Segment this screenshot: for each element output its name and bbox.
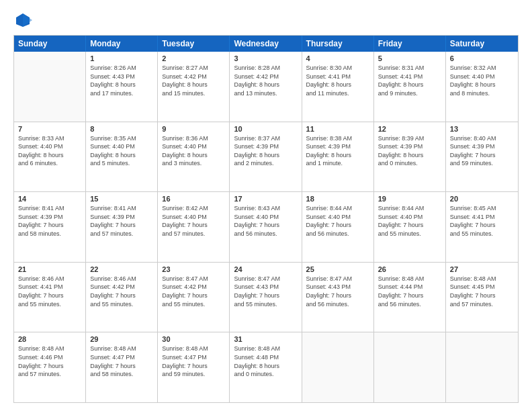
day-cell-30: 30Sunrise: 8:48 AMSunset: 4:47 PMDayligh… xyxy=(158,332,230,402)
header xyxy=(13,11,519,30)
day-number: 2 xyxy=(162,54,225,62)
day-info: Sunrise: 8:30 AMSunset: 4:41 PMDaylight:… xyxy=(306,64,369,97)
day-number: 12 xyxy=(378,125,441,133)
day-info: Sunrise: 8:26 AMSunset: 4:43 PMDaylight:… xyxy=(90,64,153,97)
day-number: 27 xyxy=(450,265,514,273)
day-info: Sunrise: 8:39 AMSunset: 4:39 PMDaylight:… xyxy=(378,134,441,168)
day-info: Sunrise: 8:33 AMSunset: 4:40 PMDaylight:… xyxy=(18,134,81,168)
day-number: 18 xyxy=(306,195,369,203)
day-info: Sunrise: 8:27 AMSunset: 4:42 PMDaylight:… xyxy=(162,64,225,97)
day-info: Sunrise: 8:47 AMSunset: 4:43 PMDaylight:… xyxy=(306,275,369,308)
header-day-sunday: Sunday xyxy=(14,36,86,52)
day-number: 24 xyxy=(234,265,297,273)
day-cell-25: 25Sunrise: 8:47 AMSunset: 4:43 PMDayligh… xyxy=(302,263,374,332)
day-info: Sunrise: 8:46 AMSunset: 4:41 PMDaylight:… xyxy=(18,275,81,308)
day-number: 15 xyxy=(90,195,153,203)
day-info: Sunrise: 8:48 AMSunset: 4:47 PMDaylight:… xyxy=(162,345,225,378)
day-info: Sunrise: 8:36 AMSunset: 4:40 PMDaylight:… xyxy=(162,134,225,168)
day-number: 16 xyxy=(162,195,225,203)
header-day-tuesday: Tuesday xyxy=(158,36,230,52)
empty-cell xyxy=(14,52,86,122)
calendar-body: 1Sunrise: 8:26 AMSunset: 4:43 PMDaylight… xyxy=(14,52,518,402)
day-cell-3: 3Sunrise: 8:28 AMSunset: 4:42 PMDaylight… xyxy=(230,52,302,122)
header-day-saturday: Saturday xyxy=(446,36,518,52)
day-cell-12: 12Sunrise: 8:39 AMSunset: 4:39 PMDayligh… xyxy=(374,122,446,192)
calendar-week-4: 21Sunrise: 8:46 AMSunset: 4:41 PMDayligh… xyxy=(14,263,518,333)
day-info: Sunrise: 8:45 AMSunset: 4:41 PMDaylight:… xyxy=(450,204,514,238)
day-info: Sunrise: 8:31 AMSunset: 4:41 PMDaylight:… xyxy=(378,64,441,97)
day-info: Sunrise: 8:48 AMSunset: 4:45 PMDaylight:… xyxy=(450,275,514,308)
day-cell-7: 7Sunrise: 8:33 AMSunset: 4:40 PMDaylight… xyxy=(14,122,86,192)
page: SundayMondayTuesdayWednesdayThursdayFrid… xyxy=(0,0,532,411)
calendar-week-2: 7Sunrise: 8:33 AMSunset: 4:40 PMDaylight… xyxy=(14,122,518,193)
day-number: 5 xyxy=(378,54,441,62)
day-cell-14: 14Sunrise: 8:41 AMSunset: 4:39 PMDayligh… xyxy=(14,192,86,262)
day-number: 6 xyxy=(450,54,514,62)
day-info: Sunrise: 8:38 AMSunset: 4:39 PMDaylight:… xyxy=(306,134,369,168)
day-cell-1: 1Sunrise: 8:26 AMSunset: 4:43 PMDaylight… xyxy=(86,52,158,122)
day-number: 1 xyxy=(90,54,153,62)
day-number: 14 xyxy=(18,195,81,203)
day-cell-19: 19Sunrise: 8:44 AMSunset: 4:40 PMDayligh… xyxy=(374,192,446,262)
day-cell-6: 6Sunrise: 8:32 AMSunset: 4:40 PMDaylight… xyxy=(446,52,518,122)
day-info: Sunrise: 8:42 AMSunset: 4:40 PMDaylight:… xyxy=(162,204,225,238)
day-number: 19 xyxy=(378,195,441,203)
day-info: Sunrise: 8:35 AMSunset: 4:40 PMDaylight:… xyxy=(90,134,153,168)
day-info: Sunrise: 8:41 AMSunset: 4:39 PMDaylight:… xyxy=(90,204,153,238)
day-cell-20: 20Sunrise: 8:45 AMSunset: 4:41 PMDayligh… xyxy=(446,192,518,262)
day-number: 22 xyxy=(90,265,153,273)
day-number: 3 xyxy=(234,54,297,62)
day-info: Sunrise: 8:48 AMSunset: 4:48 PMDaylight:… xyxy=(234,345,297,378)
logo-icon xyxy=(13,11,32,30)
day-info: Sunrise: 8:47 AMSunset: 4:42 PMDaylight:… xyxy=(162,275,225,308)
day-info: Sunrise: 8:41 AMSunset: 4:39 PMDaylight:… xyxy=(18,204,81,238)
day-cell-24: 24Sunrise: 8:47 AMSunset: 4:43 PMDayligh… xyxy=(230,263,302,332)
calendar-week-5: 28Sunrise: 8:48 AMSunset: 4:46 PMDayligh… xyxy=(14,332,518,402)
day-info: Sunrise: 8:47 AMSunset: 4:43 PMDaylight:… xyxy=(234,275,297,308)
day-cell-4: 4Sunrise: 8:30 AMSunset: 4:41 PMDaylight… xyxy=(302,52,374,122)
day-cell-17: 17Sunrise: 8:43 AMSunset: 4:40 PMDayligh… xyxy=(230,192,302,262)
day-cell-2: 2Sunrise: 8:27 AMSunset: 4:42 PMDaylight… xyxy=(158,52,230,122)
day-info: Sunrise: 8:44 AMSunset: 4:40 PMDaylight:… xyxy=(378,204,441,238)
day-cell-21: 21Sunrise: 8:46 AMSunset: 4:41 PMDayligh… xyxy=(14,263,86,332)
empty-cell xyxy=(302,332,374,402)
day-number: 23 xyxy=(162,265,225,273)
empty-cell xyxy=(446,332,518,402)
day-cell-11: 11Sunrise: 8:38 AMSunset: 4:39 PMDayligh… xyxy=(302,122,374,192)
day-cell-31: 31Sunrise: 8:48 AMSunset: 4:48 PMDayligh… xyxy=(230,332,302,402)
empty-cell xyxy=(374,332,446,402)
day-cell-29: 29Sunrise: 8:48 AMSunset: 4:47 PMDayligh… xyxy=(86,332,158,402)
day-cell-27: 27Sunrise: 8:48 AMSunset: 4:45 PMDayligh… xyxy=(446,263,518,332)
day-number: 9 xyxy=(162,125,225,133)
day-number: 28 xyxy=(18,335,81,343)
day-info: Sunrise: 8:48 AMSunset: 4:44 PMDaylight:… xyxy=(378,275,441,308)
header-day-friday: Friday xyxy=(374,36,446,52)
day-info: Sunrise: 8:37 AMSunset: 4:39 PMDaylight:… xyxy=(234,134,297,168)
day-number: 20 xyxy=(450,195,514,203)
header-day-monday: Monday xyxy=(86,36,158,52)
day-info: Sunrise: 8:48 AMSunset: 4:47 PMDaylight:… xyxy=(90,345,153,378)
day-cell-10: 10Sunrise: 8:37 AMSunset: 4:39 PMDayligh… xyxy=(230,122,302,192)
day-number: 13 xyxy=(450,125,514,133)
day-info: Sunrise: 8:48 AMSunset: 4:46 PMDaylight:… xyxy=(18,345,81,378)
day-info: Sunrise: 8:32 AMSunset: 4:40 PMDaylight:… xyxy=(450,64,514,97)
logo xyxy=(13,11,35,30)
day-cell-15: 15Sunrise: 8:41 AMSunset: 4:39 PMDayligh… xyxy=(86,192,158,262)
day-info: Sunrise: 8:40 AMSunset: 4:39 PMDaylight:… xyxy=(450,134,514,168)
calendar-week-3: 14Sunrise: 8:41 AMSunset: 4:39 PMDayligh… xyxy=(14,192,518,263)
calendar-header: SundayMondayTuesdayWednesdayThursdayFrid… xyxy=(14,36,518,52)
day-cell-16: 16Sunrise: 8:42 AMSunset: 4:40 PMDayligh… xyxy=(158,192,230,262)
day-cell-13: 13Sunrise: 8:40 AMSunset: 4:39 PMDayligh… xyxy=(446,122,518,192)
header-day-wednesday: Wednesday xyxy=(230,36,302,52)
calendar: SundayMondayTuesdayWednesdayThursdayFrid… xyxy=(13,35,519,403)
day-number: 8 xyxy=(90,125,153,133)
day-cell-28: 28Sunrise: 8:48 AMSunset: 4:46 PMDayligh… xyxy=(14,332,86,402)
day-cell-22: 22Sunrise: 8:46 AMSunset: 4:42 PMDayligh… xyxy=(86,263,158,332)
day-cell-8: 8Sunrise: 8:35 AMSunset: 4:40 PMDaylight… xyxy=(86,122,158,192)
day-number: 11 xyxy=(306,125,369,133)
day-info: Sunrise: 8:46 AMSunset: 4:42 PMDaylight:… xyxy=(90,275,153,308)
header-day-thursday: Thursday xyxy=(302,36,374,52)
day-number: 29 xyxy=(90,335,153,343)
day-number: 10 xyxy=(234,125,297,133)
day-number: 31 xyxy=(234,335,297,343)
